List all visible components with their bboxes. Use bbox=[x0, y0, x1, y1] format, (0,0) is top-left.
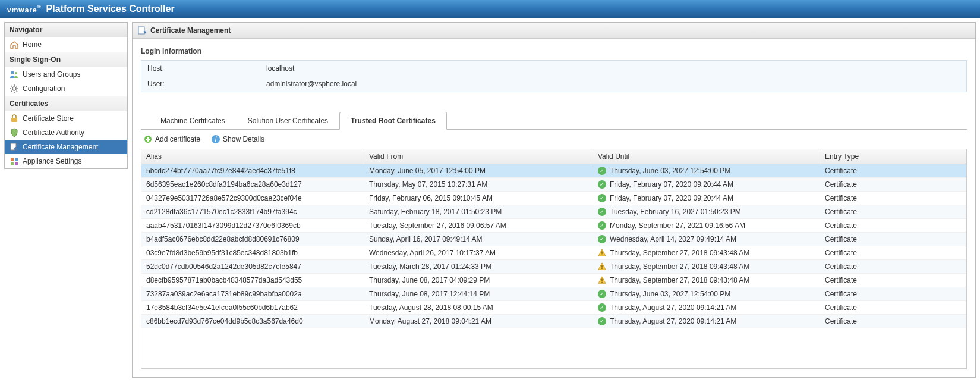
cell-alias: 03c9e7fd8d3be59b95df31c85ec348d81803b1fb bbox=[141, 246, 364, 259]
cell-alias: aaab4753170163f1473099d12d27370e6f0369cb bbox=[141, 219, 364, 232]
lock-icon bbox=[10, 114, 19, 123]
tab-1[interactable]: Solution User Certificates bbox=[237, 112, 339, 130]
table-row[interactable]: c86bb1ecd7d93d767ce04dd9b5c8c3a567da46d0… bbox=[141, 315, 966, 328]
svg-rect-6 bbox=[11, 158, 14, 161]
table-row[interactable]: 5bcdc274bf7770aa77fc97e8442aed4c37fe51f8… bbox=[141, 164, 966, 178]
page-title: Certificate Management bbox=[150, 26, 231, 35]
table-row[interactable]: cd2128dfa36c1771570ec1c2833f174b97fa394c… bbox=[141, 205, 966, 219]
cell-valid-until: ✓Wednesday, April 14, 2027 09:49:14 AM bbox=[593, 233, 820, 246]
add-certificate-button[interactable]: Add certificate bbox=[143, 134, 200, 144]
cell-alias: 04327e9e50317726a8e572c9300d0cae23cef04e bbox=[141, 192, 364, 205]
svg-rect-3 bbox=[11, 118, 17, 122]
table-row[interactable]: 17e8584b3cf34e5e41efcea0f55c60bd6b17ab62… bbox=[141, 301, 966, 315]
nav-home[interactable]: Home bbox=[5, 37, 127, 52]
cell-entry-type: Certificate bbox=[820, 301, 966, 314]
cell-entry-type: Certificate bbox=[820, 192, 966, 205]
info-icon: i bbox=[211, 134, 220, 144]
certificates-grid: Alias Valid From Valid Until Entry Type … bbox=[141, 149, 967, 369]
cell-valid-from: Thursday, May 07, 2015 10:27:31 AM bbox=[364, 178, 593, 191]
cell-valid-from: Thursday, June 08, 2017 12:44:14 PM bbox=[364, 287, 593, 300]
tab-0[interactable]: Machine Certificates bbox=[149, 112, 237, 130]
nav-item-cert-mgmt[interactable]: Certificate Management bbox=[5, 140, 127, 154]
svg-rect-9 bbox=[15, 162, 18, 165]
check-icon: ✓ bbox=[598, 208, 606, 216]
cell-alias: 73287aa039ac2e6aca1731eb89c99babfba0002a bbox=[141, 287, 364, 300]
user-label: User: bbox=[147, 80, 266, 88]
cell-entry-type: Certificate bbox=[820, 287, 966, 300]
cell-entry-type: Certificate bbox=[820, 233, 966, 246]
warning-icon bbox=[598, 249, 606, 257]
host-value: localhost bbox=[266, 64, 294, 73]
cell-valid-from: Monday, August 27, 2018 09:04:21 AM bbox=[364, 315, 593, 328]
cell-entry-type: Certificate bbox=[820, 246, 966, 259]
cell-alias: d8ecfb95957871ab0bacb48348577da3ad543d55 bbox=[141, 274, 364, 287]
table-row[interactable]: 52dc0d77cdb00546d2a1242de305d82c7cfe5847… bbox=[141, 260, 966, 274]
grid-toolbar: Add certificate i Show Details bbox=[141, 130, 967, 149]
warning-icon bbox=[598, 262, 606, 271]
grid-header: Alias Valid From Valid Until Entry Type bbox=[141, 149, 966, 164]
check-icon: ✓ bbox=[598, 167, 606, 175]
login-info-label: Login Information bbox=[141, 47, 967, 55]
cell-valid-from: Tuesday, August 28, 2018 08:00:15 AM bbox=[364, 301, 593, 314]
cell-valid-until: ✓Thursday, August 27, 2020 09:14:21 AM bbox=[593, 315, 820, 328]
cell-valid-from: Tuesday, March 28, 2017 01:24:33 PM bbox=[364, 260, 593, 273]
svg-rect-7 bbox=[15, 158, 18, 161]
nav-item-configuration[interactable]: Configuration bbox=[5, 82, 127, 96]
cell-alias: c86bb1ecd7d93d767ce04dd9b5c8c3a567da46d0 bbox=[141, 315, 364, 328]
nav-item-cert-store[interactable]: Certificate Store bbox=[5, 111, 127, 126]
table-row[interactable]: d8ecfb95957871ab0bacb48348577da3ad543d55… bbox=[141, 274, 966, 287]
col-entry-type[interactable]: Entry Type bbox=[820, 149, 966, 164]
table-row[interactable]: 04327e9e50317726a8e572c9300d0cae23cef04e… bbox=[141, 192, 966, 205]
svg-rect-17 bbox=[601, 268, 602, 269]
table-row[interactable]: 73287aa039ac2e6aca1731eb89c99babfba0002a… bbox=[141, 287, 966, 301]
check-icon: ✓ bbox=[598, 180, 606, 189]
app-header: vmware® Platform Services Controller bbox=[0, 0, 980, 18]
app-title: Platform Services Controller bbox=[46, 4, 175, 14]
cell-entry-type: Certificate bbox=[820, 274, 966, 287]
gear-icon bbox=[10, 84, 19, 93]
cert-icon bbox=[137, 26, 147, 35]
svg-rect-16 bbox=[601, 265, 602, 267]
col-valid-until[interactable]: Valid Until bbox=[593, 149, 820, 164]
svg-rect-14 bbox=[601, 251, 602, 253]
svg-rect-18 bbox=[601, 278, 602, 281]
table-row[interactable]: aaab4753170163f1473099d12d27370e6f0369cb… bbox=[141, 219, 966, 233]
nav-item-label: Configuration bbox=[23, 84, 65, 93]
cell-alias: b4adf5ac0676ebc8dd22e8abcfd8d80691c76809 bbox=[141, 233, 364, 246]
nav-item-appliance[interactable]: Appliance Settings bbox=[5, 154, 127, 168]
table-row[interactable]: b4adf5ac0676ebc8dd22e8abcfd8d80691c76809… bbox=[141, 233, 966, 246]
cell-alias: 6d56395eac1e260c8dfa3194ba6ca28a60e3d127 bbox=[141, 178, 364, 191]
svg-point-0 bbox=[11, 71, 14, 74]
show-details-button[interactable]: i Show Details bbox=[211, 134, 264, 144]
cell-valid-from: Monday, June 05, 2017 12:54:00 PM bbox=[364, 164, 593, 177]
svg-rect-8 bbox=[11, 162, 14, 165]
cell-valid-until: ✓Thursday, June 03, 2027 12:54:00 PM bbox=[593, 287, 820, 300]
tab-2[interactable]: Trusted Root Certificates bbox=[339, 112, 447, 130]
nav-item-cert-authority[interactable]: Certificate Authority bbox=[5, 126, 127, 140]
user-value: administrator@vsphere.local bbox=[266, 80, 357, 88]
add-cert-label: Add certificate bbox=[155, 135, 200, 143]
main-content: Certificate Management Login Information… bbox=[132, 18, 980, 382]
nav-item-label: Certificate Store bbox=[23, 114, 74, 123]
svg-point-2 bbox=[12, 87, 16, 90]
vmware-logo: vmware® bbox=[7, 3, 42, 15]
nav-item-label: Certificate Authority bbox=[23, 129, 84, 137]
check-icon: ✓ bbox=[598, 235, 606, 243]
navigator-title: Navigator bbox=[5, 23, 127, 37]
home-icon bbox=[10, 40, 19, 49]
grid-icon bbox=[10, 156, 19, 166]
table-row[interactable]: 03c9e7fd8d3be59b95df31c85ec348d81803b1fb… bbox=[141, 246, 966, 260]
table-row[interactable]: 6d56395eac1e260c8dfa3194ba6ca28a60e3d127… bbox=[141, 178, 966, 192]
svg-point-1 bbox=[15, 72, 17, 74]
cell-entry-type: Certificate bbox=[820, 260, 966, 273]
cell-valid-until: Thursday, September 27, 2018 09:43:48 AM bbox=[593, 260, 820, 273]
cell-alias: 5bcdc274bf7770aa77fc97e8442aed4c37fe51f8 bbox=[141, 164, 364, 177]
nav-item-users-groups[interactable]: Users and Groups bbox=[5, 67, 127, 82]
cell-valid-until: ✓Monday, September 27, 2021 09:16:56 AM bbox=[593, 219, 820, 232]
cell-valid-from: Wednesday, April 26, 2017 10:17:37 AM bbox=[364, 246, 593, 259]
cell-entry-type: Certificate bbox=[820, 164, 966, 177]
svg-point-5 bbox=[14, 147, 18, 151]
col-valid-from[interactable]: Valid From bbox=[364, 149, 593, 164]
cell-valid-from: Tuesday, September 27, 2016 09:06:57 AM bbox=[364, 219, 593, 232]
col-alias[interactable]: Alias bbox=[141, 149, 364, 164]
